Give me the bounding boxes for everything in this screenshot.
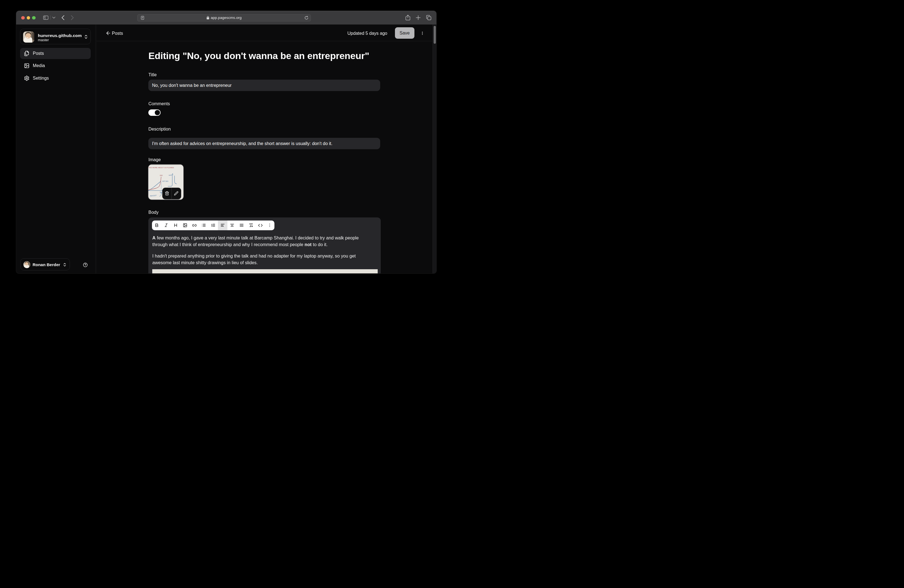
- svg-text:TAD MORE ABOUT OUTCOMES: TAD MORE ABOUT OUTCOMES: [149, 167, 174, 168]
- svg-text:rwcHo: rwcHo: [169, 175, 172, 176]
- svg-text:CEO: CEO: [160, 175, 163, 176]
- svg-text:NOT CEO: NOT CEO: [162, 181, 168, 182]
